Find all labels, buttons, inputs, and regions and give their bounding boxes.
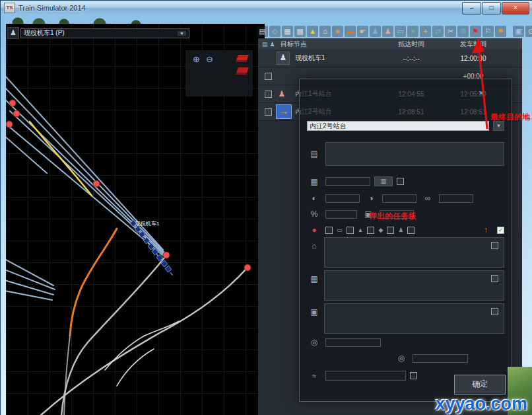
route-map-icon[interactable]: ◇ [269, 26, 281, 37]
driver-roster-icon[interactable]: ♟ [382, 26, 393, 37]
train-select-value: 现役机车1 (P) [24, 28, 65, 38]
map-tools-panel: ⊕ ⊖ [185, 50, 253, 96]
ok-button[interactable]: 确定 [454, 375, 506, 395]
promote-arrow-icon[interactable]: ↑ [479, 225, 493, 235]
annotation-taskboard: 弹出的任务板 [369, 211, 416, 222]
row-depart-time: 12:00:00 [442, 55, 505, 62]
depot-section[interactable] [324, 270, 504, 301]
avatar: ♟ [277, 52, 290, 65]
train-section[interactable] [324, 303, 504, 334]
speed-icon: ◐ [307, 194, 321, 203]
speed-input[interactable] [325, 194, 360, 203]
marker-icon: ◎ [307, 338, 321, 347]
grid-small-icon[interactable]: ▩ [294, 26, 306, 37]
percent-input[interactable] [325, 210, 357, 219]
row-arrive-time: --:--:-- [381, 55, 442, 62]
minimize-button[interactable]: – [462, 2, 481, 15]
marker-icon: ◎ [394, 354, 409, 363]
track-map[interactable]: 现役机车1 ♟ 现役机车1 (P) ▼ ⊕ ⊖ [6, 24, 265, 415]
timetable-header: ▤ ♟ 目标节点 抵达时间 发车时间 [258, 38, 522, 50]
people-icon[interactable]: ♟ [370, 26, 381, 37]
duration-icon: ◑ [364, 194, 378, 203]
station-name-input[interactable] [307, 121, 489, 131]
hand-icon[interactable]: ☛ [357, 26, 368, 37]
junction-mini-icon: ◆ [378, 227, 383, 233]
grid-large-icon[interactable]: ▦ [282, 26, 293, 37]
signal-mini-icon: ▲ [358, 227, 364, 233]
profile-field[interactable] [325, 371, 406, 381]
destination-flag-icon[interactable]: ⚑ [470, 26, 481, 37]
zoom-out-button[interactable]: ⊖ [204, 54, 215, 64]
flag-checkbox[interactable] [387, 227, 394, 234]
train-select-dropdown[interactable]: 现役机车1 (P) ▼ [20, 28, 189, 38]
row-checkbox[interactable] [265, 108, 272, 116]
zoom-in-button[interactable]: ⊕ [191, 54, 202, 64]
watermark: xyyao.com [435, 394, 527, 414]
section-checkbox[interactable] [491, 308, 498, 315]
stop-icon: ● [307, 225, 321, 235]
depot-icon: ▦ [307, 274, 321, 283]
section-checkbox[interactable] [491, 242, 498, 249]
marker-input[interactable] [325, 338, 381, 347]
marker-tool-icon[interactable] [236, 55, 249, 62]
table-row[interactable]: ♟ 现役机车1 --:--:-- 12:00:00 [258, 50, 522, 67]
flag-checkbox[interactable] [347, 227, 354, 234]
description-box[interactable] [325, 142, 504, 166]
close-button[interactable]: × [502, 2, 529, 15]
col-header-arrive: 抵达时间 [381, 40, 442, 49]
move-orange-icon[interactable]: + [420, 26, 431, 37]
flag-white-icon[interactable]: ⚐ [482, 26, 494, 37]
app-window: TS Train Simulator 2014 – □ × [0, 0, 532, 415]
content-area: 现役机车1 ♟ 现役机车1 (P) ▼ ⊕ ⊖ ▤ ◇ ▦ ▩ ▲ ⌂ [1, 15, 532, 415]
station-section[interactable] [324, 237, 504, 268]
marker2-input[interactable] [413, 354, 468, 363]
eject-icon[interactable]: ▲ [307, 26, 318, 37]
driver-icon: ♟ [7, 27, 19, 39]
train-map-label: 现役机车1 [135, 220, 159, 227]
row-checkbox[interactable] [265, 91, 272, 98]
close-icon[interactable]: × [476, 88, 486, 98]
swap-icon[interactable]: ⇄ [432, 26, 444, 37]
marker-tool2-icon[interactable] [236, 67, 249, 75]
duration-input[interactable] [382, 194, 416, 203]
annotation-destination: 最终目的地 [490, 112, 530, 123]
driver-small-icon: ♟ [270, 41, 275, 48]
adjust-buttons[interactable]: ▥ [374, 176, 393, 186]
scenery-trees [1, 15, 259, 24]
maximize-button[interactable]: □ [482, 2, 501, 15]
home-icon[interactable]: ⌂ [319, 26, 331, 37]
cut-icon[interactable]: ✂ [445, 26, 456, 37]
wagon-mini-icon: ▭ [337, 227, 343, 233]
train-icon[interactable]: ▣ [513, 26, 524, 37]
monitor-icon[interactable]: ▤ [257, 26, 268, 37]
range-input[interactable] [439, 194, 473, 203]
app-icon: TS [4, 3, 15, 13]
monitor-icon: ▤ [307, 149, 321, 159]
window-title: Train Simulator 2014 [18, 4, 86, 12]
option-checkbox[interactable] [397, 178, 404, 185]
clock-icon[interactable]: ⊙ [525, 26, 532, 37]
screen-small-icon: ▤ [262, 41, 268, 48]
titlebar: TS Train Simulator 2014 – □ × [1, 1, 532, 15]
person-mini-icon: ♟ [398, 227, 403, 233]
profile-checkbox[interactable] [410, 372, 417, 379]
flag-checkbox[interactable] [367, 227, 374, 234]
brush-icon[interactable]: ▬ [345, 26, 356, 37]
chevron-down-icon[interactable]: ▼ [178, 31, 186, 36]
asset-box-icon[interactable]: ■ [332, 26, 343, 37]
col-header-depart: 发车时间 [442, 40, 505, 49]
section-checkbox[interactable] [491, 275, 498, 282]
flag-checkbox[interactable] [325, 227, 333, 234]
task-panel: × ▾ ▤ ▦ ▥ ◐ ◑ [299, 79, 512, 402]
gear-icon[interactable]: ⚙ [457, 26, 469, 37]
flag-orange-icon[interactable]: ⚑ [495, 26, 506, 37]
station-icon: ⌂ [307, 241, 321, 250]
platform-number-input[interactable] [325, 177, 370, 186]
consist-edit-icon[interactable]: ▭ [395, 26, 406, 37]
wave-icon: ≈ [307, 371, 321, 381]
flag-checkbox[interactable] [407, 227, 415, 234]
move-green-icon[interactable]: + [407, 26, 418, 37]
enabled-checkbox[interactable]: ✓ [497, 227, 504, 234]
row-checkbox[interactable] [265, 73, 272, 80]
goto-station-icon: → [276, 104, 292, 119]
